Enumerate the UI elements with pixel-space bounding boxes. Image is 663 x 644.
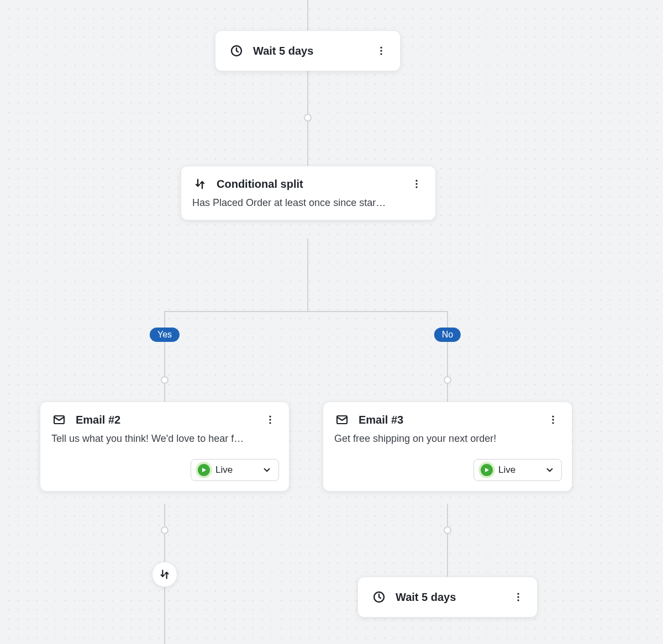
svg-point-10 [269, 422, 271, 424]
connector-line [307, 239, 308, 312]
connector-handle[interactable] [444, 376, 451, 384]
svg-point-18 [517, 599, 519, 601]
node-title: Wait 5 days [253, 45, 365, 57]
svg-point-17 [517, 596, 519, 598]
flow-node-email-2[interactable]: Email #2 Tell us what you think! We'd lo… [40, 402, 290, 492]
node-description: Tell us what you think! We'd love to hea… [40, 433, 289, 456]
connector-handle[interactable] [161, 376, 169, 384]
node-title: Email #2 [76, 414, 254, 426]
svg-point-4 [415, 180, 417, 182]
svg-point-2 [380, 50, 382, 51]
node-menu-button[interactable] [409, 176, 424, 192]
connector-line [447, 311, 448, 403]
svg-point-16 [517, 593, 519, 595]
play-icon [198, 464, 210, 476]
flow-node-wait[interactable]: Wait 5 days [357, 577, 538, 617]
connector-line [165, 311, 448, 312]
status-label: Live [215, 464, 256, 476]
branch-pill-no[interactable]: No [434, 328, 461, 342]
node-title: Wait 5 days [396, 591, 502, 604]
connector-line [164, 311, 165, 403]
connector-line [447, 504, 448, 578]
node-description: Has Placed Order at least once since sta… [181, 197, 435, 220]
connector-handle[interactable] [161, 526, 169, 534]
branch-pill-yes[interactable]: Yes [150, 328, 180, 342]
svg-point-12 [552, 416, 554, 418]
branch-label: No [442, 330, 453, 339]
node-menu-button[interactable] [373, 43, 389, 59]
chevron-down-icon [545, 465, 555, 475]
svg-point-13 [552, 419, 554, 420]
flow-node-email-3[interactable]: Email #3 Get free shipping on your next … [323, 402, 572, 492]
svg-point-6 [415, 186, 417, 188]
status-dropdown[interactable]: Live [473, 459, 562, 481]
split-icon [157, 567, 172, 582]
mini-split-node[interactable] [152, 562, 177, 587]
connector-handle[interactable] [444, 526, 451, 534]
svg-point-14 [552, 422, 554, 424]
clock-icon [229, 43, 244, 59]
envelope-icon [51, 412, 67, 427]
svg-point-3 [380, 53, 382, 55]
node-title: Conditional split [217, 178, 400, 191]
node-menu-button[interactable] [262, 412, 278, 427]
branch-label: Yes [157, 330, 172, 339]
node-description: Get free shipping on your next order! [323, 433, 572, 456]
node-title: Email #3 [359, 414, 536, 426]
svg-point-1 [380, 47, 382, 49]
svg-point-5 [415, 183, 417, 184]
node-menu-button[interactable] [545, 412, 561, 427]
connector-line [307, 0, 308, 166]
clock-icon [371, 589, 387, 605]
split-icon [192, 176, 208, 192]
svg-point-9 [269, 419, 271, 420]
flow-node-conditional-split[interactable]: Conditional split Has Placed Order at le… [181, 166, 436, 220]
status-label: Live [498, 464, 539, 476]
envelope-icon [334, 412, 350, 427]
node-menu-button[interactable] [511, 589, 526, 605]
chevron-down-icon [262, 465, 272, 475]
play-icon [481, 464, 493, 476]
svg-point-8 [269, 416, 271, 418]
connector-handle[interactable] [304, 114, 312, 122]
status-dropdown[interactable]: Live [191, 459, 279, 481]
flow-node-wait[interactable]: Wait 5 days [215, 30, 401, 71]
